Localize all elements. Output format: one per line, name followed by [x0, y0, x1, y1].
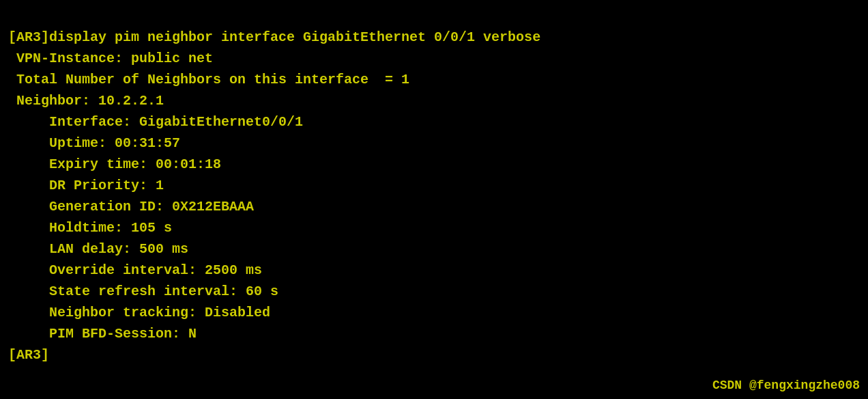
terminal-line: LAN delay: 500 ms	[8, 238, 860, 260]
terminal-line: Override interval: 2500 ms	[8, 260, 860, 281]
terminal-line: Expiry time: 00:01:18	[8, 154, 860, 175]
terminal-line: Generation ID: 0X212EBAAA	[8, 196, 860, 217]
terminal-line: [AR3]	[8, 344, 860, 366]
terminal-line: VPN-Instance: public net	[8, 48, 860, 69]
terminal-line: Total Number of Neighbors on this interf…	[8, 69, 860, 90]
terminal-line: Interface: GigabitEthernet0/0/1	[8, 111, 860, 133]
terminal-line: PIM BFD-Session: N	[8, 323, 860, 344]
terminal-output: [AR3]display pim neighbor interface Giga…	[0, 0, 868, 371]
terminal-line: Neighbor tracking: Disabled	[8, 302, 860, 323]
terminal-line: [AR3]display pim neighbor interface Giga…	[8, 27, 860, 48]
terminal-line: State refresh interval: 60 s	[8, 281, 860, 302]
terminal-line: Uptime: 00:31:57	[8, 133, 860, 154]
terminal-line: Holdtime: 105 s	[8, 217, 860, 238]
terminal-line: Neighbor: 10.2.2.1	[8, 90, 860, 111]
watermark: CSDN @fengxingzhe008	[712, 379, 860, 392]
terminal-line: DR Priority: 1	[8, 175, 860, 196]
